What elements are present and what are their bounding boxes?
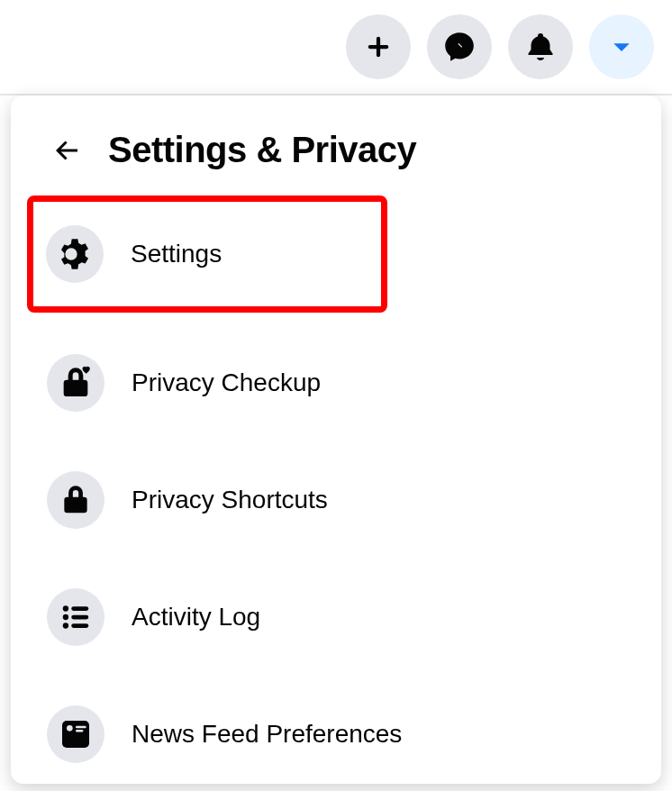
feed-icon — [47, 705, 104, 763]
bell-icon — [524, 31, 557, 63]
caret-down-icon — [608, 33, 635, 60]
lock-icon — [47, 471, 104, 529]
gear-icon — [46, 225, 104, 283]
create-button[interactable] — [346, 14, 411, 79]
menu-label: Activity Log — [132, 603, 260, 632]
messenger-icon — [442, 30, 477, 64]
arrow-left-icon — [50, 134, 83, 167]
messenger-button[interactable] — [427, 14, 492, 79]
menu-item-news-feed-preferences[interactable]: News Feed Preferences — [32, 689, 640, 779]
svg-rect-5 — [71, 623, 88, 628]
settings-privacy-panel: Settings & Privacy Settings Privacy Chec… — [11, 95, 661, 784]
menu-item-privacy-shortcuts[interactable]: Privacy Shortcuts — [32, 455, 640, 545]
svg-rect-8 — [76, 726, 86, 729]
lock-heart-icon — [47, 354, 104, 412]
menu-item-activity-log[interactable]: Activity Log — [32, 572, 640, 662]
svg-point-7 — [67, 725, 73, 732]
back-button[interactable] — [47, 131, 86, 170]
panel-header: Settings & Privacy — [32, 121, 640, 195]
menu-label: Privacy Shortcuts — [132, 486, 328, 514]
menu-label: News Feed Preferences — [132, 720, 402, 749]
top-bar — [0, 0, 672, 95]
panel-title: Settings & Privacy — [108, 130, 416, 170]
menu-item-privacy-checkup[interactable]: Privacy Checkup — [32, 338, 640, 428]
menu-list: Settings Privacy Checkup Privacy Shortcu… — [32, 195, 640, 791]
svg-rect-9 — [76, 730, 83, 732]
menu-label: Privacy Checkup — [132, 368, 321, 397]
list-icon — [47, 588, 104, 646]
menu-item-settings[interactable]: Settings — [27, 195, 387, 313]
menu-label: Settings — [131, 240, 222, 268]
svg-point-2 — [63, 623, 68, 628]
svg-point-1 — [63, 614, 68, 620]
account-dropdown-button[interactable] — [589, 14, 654, 79]
svg-rect-4 — [71, 615, 88, 620]
svg-rect-6 — [62, 721, 89, 748]
notifications-button[interactable] — [508, 14, 573, 79]
plus-icon — [363, 32, 394, 62]
svg-point-0 — [63, 605, 68, 611]
svg-rect-3 — [71, 606, 88, 611]
